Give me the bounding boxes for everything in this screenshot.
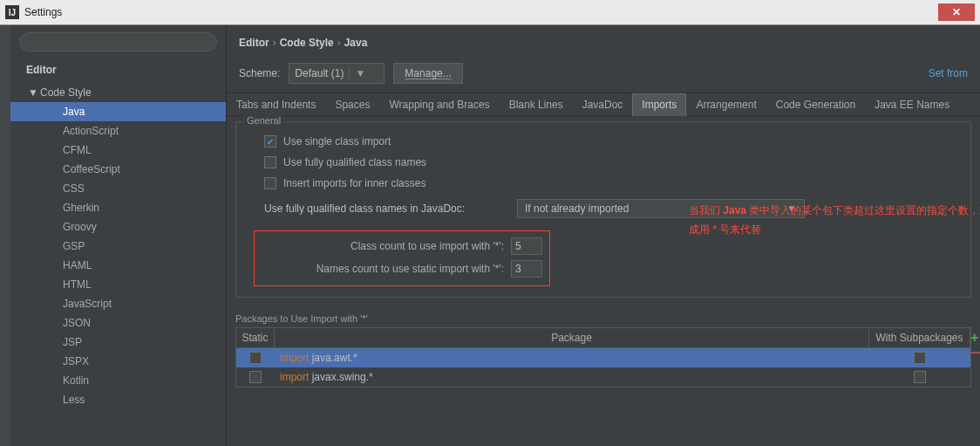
tab-spaces[interactable]: Spaces (325, 93, 379, 115)
label-qualified-javadoc: Use fully qualified class names in JavaD… (264, 202, 508, 215)
sidebar-item-gherkin[interactable]: Gherkin (10, 198, 226, 217)
tabs: Tabs and IndentsSpacesWrapping and Brace… (227, 93, 980, 116)
label-use-single: Use single class import (283, 135, 391, 148)
sidebar-item-json[interactable]: JSON (10, 313, 226, 333)
tab-wrapping-and-braces[interactable]: Wrapping and Braces (379, 93, 499, 115)
sidebar-item-jsp[interactable]: JSP (10, 333, 226, 352)
checkbox-subpackages[interactable] (914, 371, 926, 383)
tab-blank-lines[interactable]: Blank Lines (500, 93, 573, 115)
checkbox-use-single[interactable] (264, 135, 276, 148)
content-pane: Editor›Code Style›Java Scheme: Default (… (227, 25, 980, 446)
sidebar-tree: ▼ Code Style JavaActionScriptCFMLCoffeeS… (10, 83, 226, 446)
input-names-count[interactable] (511, 260, 542, 278)
label-class-count: Class count to use import with '*': (262, 240, 504, 252)
breadcrumb: Editor›Code Style›Java (227, 25, 980, 59)
left-gutter (0, 25, 10, 446)
checkbox-static[interactable] (249, 371, 262, 383)
checkbox-static[interactable] (249, 352, 262, 364)
packages-title: Packages to Use Import with '*' (235, 313, 971, 324)
sidebar-section-editor[interactable]: Editor (10, 57, 226, 83)
close-button[interactable]: ✕ (938, 3, 975, 21)
checkbox-insert-inner[interactable] (264, 177, 276, 189)
general-group-title: General (243, 115, 284, 126)
sidebar: 🔍 Editor ▼ Code Style JavaActionScriptCF… (10, 25, 227, 446)
titlebar: IJ Settings ✕ (0, 0, 980, 25)
table-row[interactable]: import javax.swing.* (236, 367, 970, 387)
checkbox-subpackages[interactable] (914, 352, 926, 364)
label-use-fully: Use fully qualified class names (283, 156, 426, 168)
sidebar-item-less[interactable]: Less (10, 390, 226, 409)
col-header-package[interactable]: Package (275, 328, 869, 347)
manage-button[interactable]: Manage... (393, 63, 462, 84)
scheme-dropdown[interactable]: Default (1) ▼ (289, 63, 385, 84)
tab-code-generation[interactable]: Code Generation (766, 93, 865, 115)
tab-javadoc[interactable]: JavaDoc (573, 93, 633, 115)
col-header-static[interactable]: Static (236, 328, 275, 347)
tab-imports[interactable]: Imports (632, 93, 686, 116)
remove-package-button[interactable]: — (970, 347, 980, 356)
sidebar-item-html[interactable]: HTML (10, 275, 226, 294)
scheme-label: Scheme: (239, 67, 280, 79)
sidebar-item-code-style[interactable]: ▼ Code Style (10, 83, 226, 102)
import-count-box: Class count to use import with '*': Name… (254, 230, 550, 286)
sidebar-item-kotlin[interactable]: Kotlin (10, 371, 226, 390)
sidebar-item-coffeescript[interactable]: CoffeeScript (10, 160, 226, 179)
table-row[interactable]: import java.awt.* (236, 348, 970, 367)
input-class-count[interactable] (511, 237, 542, 255)
sidebar-item-java[interactable]: Java (10, 102, 226, 121)
tab-java-ee-names[interactable]: Java EE Names (865, 93, 959, 115)
tab-arrangement[interactable]: Arrangement (686, 93, 766, 115)
sidebar-item-groovy[interactable]: Groovy (10, 217, 226, 237)
sidebar-item-gsp[interactable]: GSP (10, 237, 226, 256)
checkbox-use-fully[interactable] (264, 156, 276, 168)
sidebar-item-haml[interactable]: HAML (10, 256, 226, 275)
sidebar-item-css[interactable]: CSS (10, 179, 226, 198)
set-from-link[interactable]: Set from (929, 67, 968, 79)
label-names-count: Names count to use static import with '*… (262, 263, 504, 275)
sidebar-item-actionscript[interactable]: ActionScript (10, 121, 226, 141)
window-title: Settings (24, 6, 62, 18)
packages-table: Static Package With Subpackages import j… (235, 327, 971, 388)
annotation-note: 当我们 Java 类中导入的某个包下类超过这里设置的指定个数，就会换 成用 * … (689, 200, 980, 239)
col-header-sub[interactable]: With Subpackages (869, 328, 970, 347)
sidebar-item-javascript[interactable]: JavaScript (10, 294, 226, 313)
label-insert-inner: Insert imports for inner classes (283, 177, 425, 189)
chevron-down-icon: ▼ (28, 86, 37, 99)
sidebar-item-cfml[interactable]: CFML (10, 141, 226, 160)
tab-tabs-and-indents[interactable]: Tabs and Indents (227, 93, 325, 115)
search-input[interactable] (19, 32, 217, 51)
sidebar-item-jspx[interactable]: JSPX (10, 352, 226, 371)
chevron-down-icon: ▼ (349, 67, 365, 79)
app-logo-icon: IJ (5, 5, 19, 19)
